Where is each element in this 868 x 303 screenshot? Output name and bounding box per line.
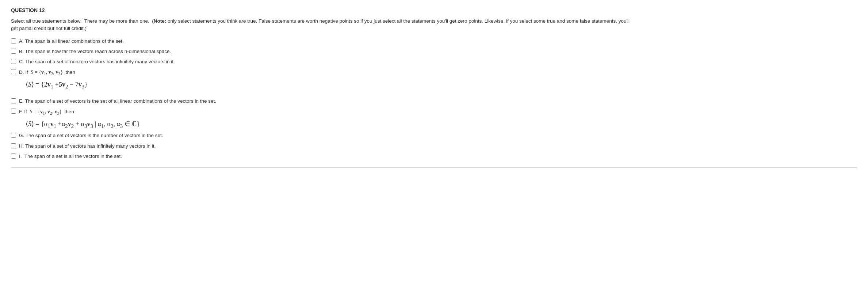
- option-row-b: B. The span is how far the vectors reach…: [11, 48, 857, 55]
- question-number: QUESTION 12: [11, 7, 857, 13]
- option-row-a: A. The span is all linear combinations o…: [11, 38, 857, 45]
- option-row-g: G. The span of a set of vectors is the n…: [11, 132, 857, 139]
- bottom-divider: [11, 167, 857, 168]
- option-text-c: C. The span of a set of nonzero vectors …: [19, 58, 175, 65]
- checkbox-a[interactable]: [11, 38, 16, 43]
- option-row-i: I. The span of a set is all the vectors …: [11, 153, 857, 160]
- option-row-f: F. If S = {v1, v2, v3} then: [11, 108, 857, 117]
- checkbox-b[interactable]: [11, 49, 16, 54]
- question-container: QUESTION 12 Select all true statements b…: [11, 7, 857, 168]
- math-s-d: S = {v1, v2, v3}: [31, 69, 63, 75]
- checkbox-h[interactable]: [11, 143, 16, 148]
- note-label: Note:: [154, 18, 167, 24]
- instructions: Select all true statements below. There …: [11, 18, 632, 33]
- option-row-h: H. The span of a set of vectors has infi…: [11, 143, 857, 150]
- checkbox-d[interactable]: [11, 69, 16, 74]
- math-s-f: S = {v1, v2, v3}: [30, 109, 62, 114]
- checkbox-g[interactable]: [11, 133, 16, 138]
- option-text-i: I. The span of a set is all the vectors …: [19, 153, 122, 160]
- checkbox-f[interactable]: [11, 109, 16, 114]
- option-text-f: F. If S = {v1, v2, v3} then: [19, 108, 74, 117]
- option-text-e: E. The span of a set of vectors is the s…: [19, 98, 216, 105]
- option-text-g: G. The span of a set of vectors is the n…: [19, 132, 163, 139]
- option-text-b: B. The span is how far the vectors reach…: [19, 48, 171, 55]
- checkbox-i[interactable]: [11, 154, 16, 159]
- checkbox-c[interactable]: [11, 59, 16, 64]
- math-block-f: ⟨S⟩ = {α1v1 +α2v2 + α3v3 | α1, α2, α3 ∈ …: [26, 120, 857, 129]
- math-block-d: ⟨S⟩ = {2v1 +5v2 − 7v3}: [26, 80, 857, 90]
- option-row-c: C. The span of a set of nonzero vectors …: [11, 58, 857, 65]
- option-row-e: E. The span of a set of vectors is the s…: [11, 98, 857, 105]
- option-text-d: D. If S = {v1, v2, v3} then: [19, 68, 75, 77]
- checkbox-e[interactable]: [11, 98, 16, 103]
- option-row-d: D. If S = {v1, v2, v3} then: [11, 68, 857, 77]
- option-text-h: H. The span of a set of vectors has infi…: [19, 143, 156, 150]
- option-text-a: A. The span is all linear combinations o…: [19, 38, 123, 45]
